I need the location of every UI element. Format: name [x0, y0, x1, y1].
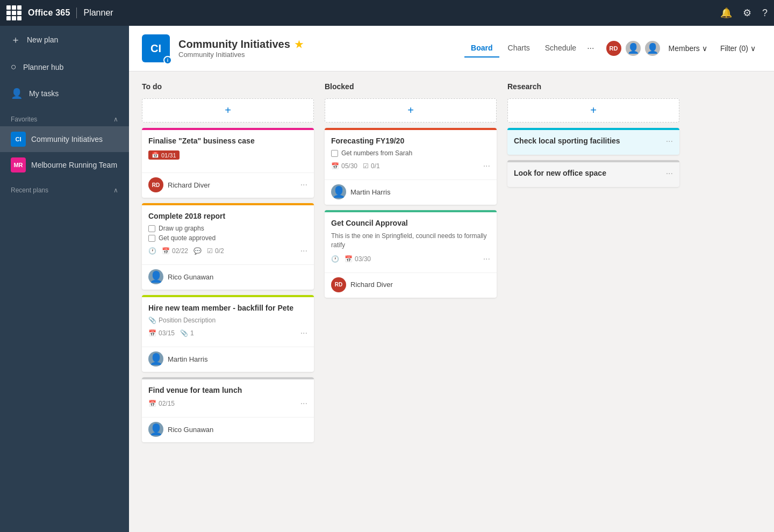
card-author: Richard Diver [168, 181, 210, 189]
card-finalise-zeta[interactable]: Finalise "Zeta" business case 📅 01/31 RD… [142, 128, 314, 198]
card-meta: 📅 02/15 ··· [148, 399, 307, 408]
my-tasks-item[interactable]: 👤 My tasks [0, 80, 129, 107]
card-title: Find venue for team lunch [148, 386, 307, 394]
topbar-divider [76, 8, 77, 18]
gear-icon[interactable]: ⚙ [743, 7, 751, 19]
card-more-dots[interactable]: ··· [300, 180, 307, 190]
checkbox-forecasting[interactable] [331, 150, 338, 157]
progress-icon: 🕐 [148, 247, 156, 255]
card-body: Complete 2018 report Draw up graphs Get … [142, 205, 314, 261]
favorites-section[interactable]: Favorites ∧ [0, 107, 129, 126]
tab-charts[interactable]: Charts [501, 39, 536, 57]
card-avatar: 👤 [148, 351, 163, 366]
recent-plans-section[interactable]: Recent plans ∧ [0, 178, 129, 197]
filter-chevron-icon: ∨ [750, 44, 756, 53]
plan-logo: CI i [142, 34, 170, 62]
calendar-small-icon: 📅 [162, 247, 170, 255]
star-icon[interactable]: ★ [295, 39, 303, 51]
favorites-label: Favorites [11, 116, 37, 123]
sidebar-item-melbourne-running[interactable]: MR Melbourne Running Team [0, 152, 129, 178]
card-avatar: 👤 [331, 184, 346, 199]
add-card-research[interactable]: + [507, 98, 679, 123]
add-card-todo[interactable]: + [142, 98, 314, 123]
checkbox-label: Get numbers from Sarah [341, 149, 412, 157]
card-more-dots[interactable]: ··· [300, 328, 307, 338]
info-badge: i [163, 56, 172, 64]
meta-date: 📅 02/22 [162, 247, 188, 255]
sidebar-item-community-initiatives[interactable]: CI Community Initiatives [0, 126, 129, 152]
checkbox-1[interactable] [148, 225, 155, 232]
members-chevron-icon: ∨ [702, 44, 707, 53]
card-meta: 📅 03/15 📎 1 ··· [148, 328, 307, 338]
plan-members: RD 👤 👤 Members ∨ Filter (0) ∨ [605, 40, 761, 57]
members-button[interactable]: Members ∨ [663, 41, 713, 56]
card-find-venue[interactable]: Find venue for team lunch 📅 02/15 ··· 👤 [142, 377, 314, 442]
tab-board[interactable]: Board [464, 39, 499, 57]
card-avatar: 👤 [148, 269, 163, 284]
card-complete-2018[interactable]: Complete 2018 report Draw up graphs Get … [142, 203, 314, 290]
nav-more-dots[interactable]: ··· [585, 39, 596, 57]
card-title: Hire new team member - backfill for Pete [148, 304, 307, 312]
ci-badge: CI [11, 132, 26, 147]
card-author: Richard Diver [350, 281, 393, 289]
recent-plans-label: Recent plans [11, 186, 48, 194]
calendar-small-icon: 📅 [148, 329, 156, 337]
attachment-icon: 📎 [148, 317, 156, 324]
card-meta: 🕐 📅 02/22 💬 ☑ 0/2 [148, 246, 307, 256]
waffle-menu[interactable] [6, 5, 22, 20]
calendar-small-icon: 📅 [148, 400, 156, 407]
recent-plans-chevron-icon: ∧ [113, 186, 118, 194]
card-footer: 👤 Rico Gunawan [142, 264, 314, 290]
column-todo-header: To do [142, 82, 314, 91]
card-footer: RD Richard Diver [325, 272, 497, 298]
card-author: Martin Harris [350, 188, 390, 196]
content-area: CI i Community Initiatives ★ Community I… [129, 26, 774, 532]
meta-date: 📅 05/30 [331, 162, 357, 170]
help-icon[interactable]: ? [762, 8, 768, 19]
card-forecasting[interactable]: Forecasting FY19/20 Get numbers from Sar… [325, 128, 497, 205]
card-hire-team[interactable]: Hire new team member - backfill for Pete… [142, 295, 314, 372]
planner-hub-label: Planner hub [23, 63, 64, 71]
card-more-dots[interactable]: ··· [300, 399, 307, 408]
plan-logo-text: CI [150, 42, 161, 55]
bell-icon[interactable]: 🔔 [720, 7, 732, 19]
card-title: Check local sporting facilities [514, 136, 620, 145]
sidebar: ＋ New plan ○ Planner hub 👤 My tasks Favo… [0, 26, 129, 532]
card-more-dots[interactable]: ··· [666, 136, 673, 146]
checkbox-row: Get numbers from Sarah [331, 149, 490, 157]
checkbox-row-2: Get quote approved [148, 234, 307, 242]
card-more-dots[interactable]: ··· [483, 254, 490, 264]
checkbox-2[interactable] [148, 235, 155, 242]
check-icon: ☑ [363, 162, 369, 170]
plan-subname: Community Initiatives [178, 51, 456, 59]
planner-title: Planner [83, 8, 113, 18]
card-title: Get Council Approval [331, 219, 490, 227]
card-desc: This is the one in Springfield, council … [331, 232, 490, 250]
column-research-header: Research [507, 82, 679, 91]
office365-title: Office 365 [28, 8, 70, 18]
card-more-dots[interactable]: ··· [666, 169, 673, 178]
filter-button[interactable]: Filter (0) ∨ [715, 41, 761, 56]
tab-schedule[interactable]: Schedule [539, 39, 583, 57]
meta-date: 📅 03/30 [345, 255, 371, 263]
new-plan-button[interactable]: ＋ New plan [0, 26, 129, 54]
checkbox-label-1: Draw up graphs [159, 225, 204, 232]
card-council-approval[interactable]: Get Council Approval This is the one in … [325, 210, 497, 298]
card-sporting-facilities[interactable]: Check local sporting facilities ··· [507, 128, 679, 155]
card-more-dots[interactable]: ··· [300, 246, 307, 256]
plan-header: CI i Community Initiatives ★ Community I… [129, 26, 774, 71]
checkbox-label-2: Get quote approved [159, 234, 216, 242]
card-office-space[interactable]: Look for new office space ··· [507, 160, 679, 187]
add-card-blocked[interactable]: + [325, 98, 497, 123]
plus-icon: ＋ [11, 33, 20, 46]
card-avatar: RD [331, 277, 346, 292]
plan-name: Community Initiatives ★ [178, 38, 456, 51]
card-more-dots[interactable]: ··· [483, 161, 490, 171]
plan-info: Community Initiatives ★ Community Initia… [178, 38, 456, 59]
check-icon: ☑ [207, 247, 213, 255]
card-body: Get Council Approval This is the one in … [325, 212, 497, 269]
due-date-badge: 📅 01/31 [148, 150, 180, 160]
planner-hub-item[interactable]: ○ Planner hub [0, 54, 129, 80]
ci-label: Community Initiatives [31, 135, 103, 143]
mr-badge: MR [11, 157, 26, 172]
